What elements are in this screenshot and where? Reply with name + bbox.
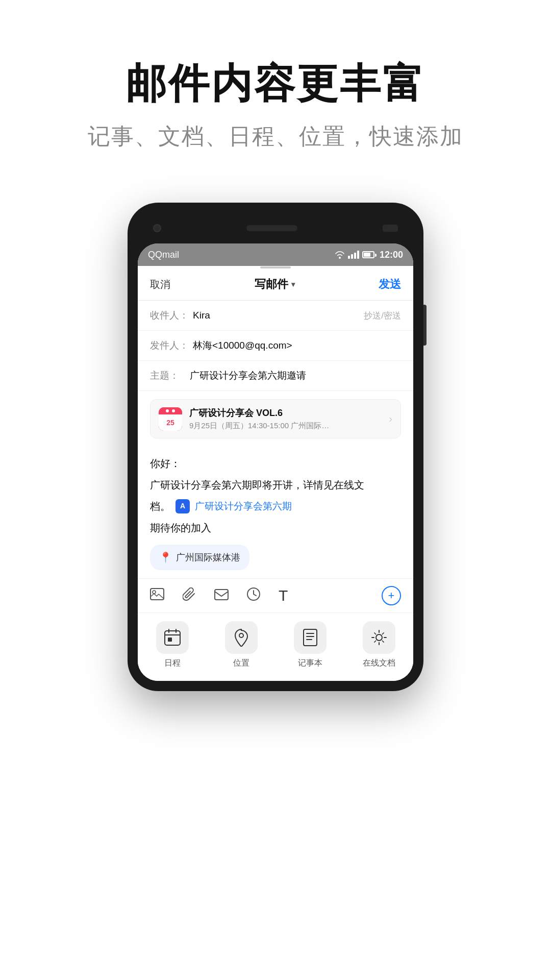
status-app-name: QQmail	[148, 250, 179, 260]
status-time: 12:00	[380, 250, 403, 260]
calendar-event-detail: 9月25日（周五）14:30-15:00 广州国际…	[189, 421, 382, 431]
location-pin-icon: 📍	[159, 549, 172, 566]
from-field: 发件人： 林海<10000@qq.com>	[138, 331, 413, 361]
status-bar: QQmail	[138, 243, 413, 266]
location-text: 广州国际媒体港	[176, 550, 240, 566]
scroll-pill	[260, 266, 291, 268]
email-signoff: 期待你的加入	[150, 519, 401, 536]
tab-notes[interactable]: 记事本	[294, 621, 327, 669]
phone-device: QQmail	[128, 203, 423, 691]
page-header: 邮件内容更丰富 记事、文档、日程、位置，快速添加	[0, 0, 551, 182]
email-line1: 广研设计分享会第六期即将开讲，详情见在线文	[150, 476, 401, 494]
to-label: 收件人：	[150, 309, 189, 322]
to-field[interactable]: 收件人： Kira 抄送/密送	[138, 301, 413, 331]
subject-field[interactable]: 主题： 广研设计分享会第六期邀请	[138, 361, 413, 391]
location-tag[interactable]: 📍 广州国际媒体港	[150, 541, 401, 570]
phone-speaker	[246, 225, 297, 231]
cc-button[interactable]: 抄送/密送	[364, 310, 401, 322]
signal-icon	[348, 251, 359, 259]
clock-icon[interactable]	[247, 587, 260, 604]
phone-screen: QQmail	[138, 243, 413, 681]
email-link-row: 档。 A 广研设计分享会第六期	[150, 498, 401, 515]
compose-title: 写邮件 ▾	[255, 277, 295, 292]
svg-rect-0	[151, 589, 164, 600]
envelope-icon[interactable]	[214, 588, 229, 604]
calendar-info: 广研设计分享会 VOL.6 9月25日（周五）14:30-15:00 广州国际…	[189, 407, 382, 431]
text-format-icon[interactable]: T	[279, 587, 288, 604]
add-button[interactable]: +	[382, 586, 401, 605]
svg-rect-7	[304, 629, 317, 646]
send-button[interactable]: 发送	[379, 277, 401, 292]
toolbar-icons: T	[150, 587, 288, 604]
svg-rect-4	[165, 631, 180, 645]
dropdown-chevron-icon[interactable]: ▾	[291, 280, 295, 288]
phone-side-button	[423, 305, 427, 346]
bottom-quick-tabs: 日程 位置	[138, 612, 413, 681]
document-icon: A	[176, 499, 190, 513]
notes-icon	[294, 621, 327, 654]
attachment-icon[interactable]	[183, 587, 196, 604]
email-titlebar: 取消 写邮件 ▾ 发送	[138, 268, 413, 301]
from-value[interactable]: 林海<10000@qq.com>	[193, 339, 401, 352]
from-label: 发件人：	[150, 339, 189, 352]
notes-label: 记事本	[298, 658, 322, 669]
status-icons	[335, 251, 374, 259]
calendar-attachment[interactable]: 25 广研设计分享会 VOL.6 9月25日（周五）14:30-15:00 广州…	[150, 399, 401, 438]
wifi-icon	[335, 251, 345, 259]
page-subtitle: 记事、文档、日程、位置，快速添加	[0, 121, 551, 152]
tab-location[interactable]: 位置	[225, 621, 258, 669]
page-title: 邮件内容更丰富	[0, 61, 551, 106]
svg-point-1	[153, 591, 156, 594]
tab-online-doc[interactable]: 在线文档	[363, 621, 395, 669]
calendar-chevron-icon: ›	[389, 413, 392, 425]
email-greeting: 你好：	[150, 455, 401, 472]
image-icon[interactable]	[150, 588, 164, 604]
email-doc-link[interactable]: 广研设计分享会第六期	[195, 498, 292, 514]
phone-top-bar	[138, 213, 413, 243]
to-value[interactable]: Kira	[193, 310, 360, 321]
phone-mockup: QQmail	[0, 203, 551, 691]
svg-point-8	[376, 634, 382, 641]
calendar-icon: 25	[159, 407, 182, 431]
phone-camera	[153, 224, 161, 232]
svg-point-6	[239, 633, 243, 638]
location-label: 位置	[233, 658, 249, 669]
email-toolbar: T +	[138, 578, 413, 612]
schedule-icon	[156, 621, 189, 654]
subject-value[interactable]: 广研设计分享会第六期邀请	[190, 369, 401, 382]
phone-sensor	[383, 225, 398, 232]
schedule-label: 日程	[164, 658, 181, 669]
svg-rect-2	[215, 590, 228, 600]
email-compose-area: 取消 写邮件 ▾ 发送 收件人： Kira 抄送/密送 发件人： 林海<10	[138, 268, 413, 681]
online-doc-icon	[363, 621, 395, 654]
svg-rect-5	[168, 638, 172, 642]
battery-icon	[362, 251, 374, 258]
online-doc-label: 在线文档	[363, 658, 395, 669]
status-right: 12:00	[335, 250, 403, 260]
calendar-event-title: 广研设计分享会 VOL.6	[189, 407, 382, 419]
cancel-button[interactable]: 取消	[150, 278, 170, 291]
subject-label: 主题：	[150, 369, 186, 382]
tab-schedule[interactable]: 日程	[156, 621, 189, 669]
email-body[interactable]: 你好： 广研设计分享会第六期即将开讲，详情见在线文 档。 A 广研设计分享会第六…	[138, 447, 413, 578]
location-icon	[225, 621, 258, 654]
